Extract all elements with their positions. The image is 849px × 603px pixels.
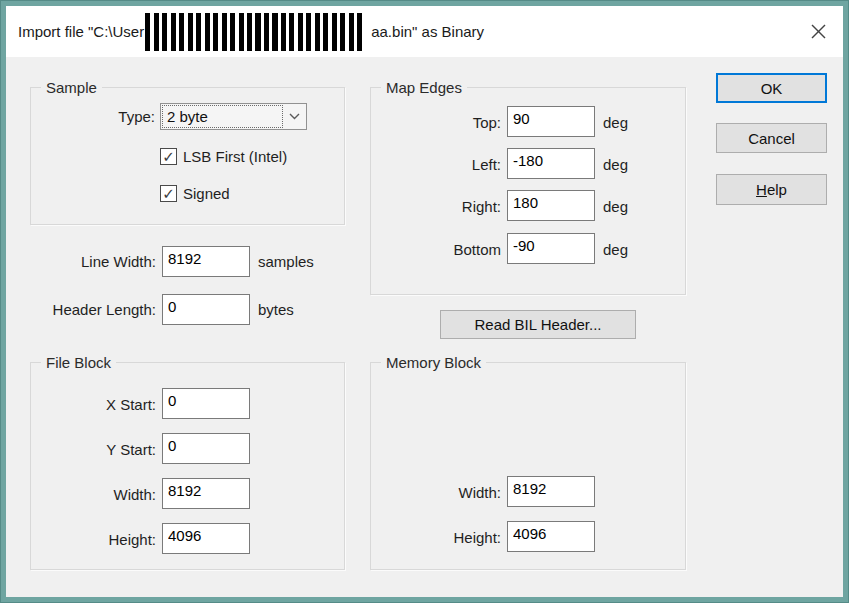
type-combobox[interactable]: 2 byte	[160, 103, 307, 130]
memory-height-input[interactable]	[507, 521, 595, 552]
memory-height-label: Height:	[386, 529, 501, 546]
signed-checkbox[interactable]: ✓ Signed	[160, 185, 230, 202]
type-combobox-value: 2 byte	[163, 106, 282, 127]
memory-block-legend: Memory Block	[381, 354, 486, 371]
titlebar: Import file "C:\User aa.bin" as Binary	[6, 6, 843, 57]
map-right-input[interactable]	[507, 190, 595, 221]
map-top-label: Top:	[386, 114, 501, 131]
file-height-label: Height:	[16, 531, 156, 548]
map-left-input[interactable]	[507, 148, 595, 179]
sample-group-legend: Sample	[41, 79, 102, 96]
line-width-label: Line Width:	[16, 253, 156, 270]
type-label: Type:	[56, 108, 155, 125]
cancel-button[interactable]: Cancel	[716, 123, 827, 153]
y-start-label: Y Start:	[16, 441, 156, 458]
header-length-unit: bytes	[258, 301, 294, 318]
x-start-input[interactable]	[162, 388, 250, 419]
dialog-title-suffix: aa.bin" as Binary	[371, 23, 484, 40]
lsb-first-label: LSB First (Intel)	[183, 148, 287, 165]
line-width-unit: samples	[258, 253, 314, 270]
help-button[interactable]: Help	[716, 174, 827, 205]
map-bottom-unit: deg	[603, 241, 628, 258]
ok-button[interactable]: OK	[716, 73, 827, 103]
lsb-first-checkbox[interactable]: ✓ LSB First (Intel)	[160, 148, 287, 165]
map-left-unit: deg	[603, 156, 628, 173]
map-right-label: Right:	[386, 198, 501, 215]
read-bil-header-button[interactable]: Read BIL Header...	[440, 310, 636, 339]
redacted-path-bars	[145, 13, 365, 51]
header-length-label: Header Length:	[16, 301, 156, 318]
close-button[interactable]	[799, 13, 837, 49]
memory-width-input[interactable]	[507, 476, 595, 507]
close-icon	[811, 24, 826, 39]
map-bottom-input[interactable]	[507, 233, 595, 264]
file-block-legend: File Block	[41, 354, 116, 371]
help-accelerator: H	[756, 181, 767, 198]
map-top-input[interactable]	[507, 106, 595, 137]
memory-width-label: Width:	[386, 484, 501, 501]
help-label-rest: elp	[767, 181, 787, 198]
y-start-input[interactable]	[162, 433, 250, 464]
dialog-title-prefix: Import file "C:\User	[18, 23, 144, 40]
dialog-body: Import file "C:\User aa.bin" as Binary S…	[6, 6, 843, 597]
signed-label: Signed	[183, 185, 230, 202]
map-edges-legend: Map Edges	[381, 79, 467, 96]
import-binary-dialog: Import file "C:\User aa.bin" as Binary S…	[0, 0, 849, 603]
checkbox-check-icon: ✓	[160, 185, 177, 202]
file-height-input[interactable]	[162, 523, 250, 554]
file-width-input[interactable]	[162, 478, 250, 509]
map-bottom-label: Bottom	[386, 241, 501, 258]
map-left-label: Left:	[386, 156, 501, 173]
chevron-down-icon	[282, 113, 306, 120]
map-top-unit: deg	[603, 114, 628, 131]
x-start-label: X Start:	[16, 396, 156, 413]
checkbox-check-icon: ✓	[160, 148, 177, 165]
file-width-label: Width:	[16, 486, 156, 503]
map-right-unit: deg	[603, 198, 628, 215]
window-frame: Import file "C:\User aa.bin" as Binary S…	[1, 1, 848, 602]
line-width-input[interactable]	[162, 246, 250, 277]
header-length-input[interactable]	[162, 294, 250, 325]
